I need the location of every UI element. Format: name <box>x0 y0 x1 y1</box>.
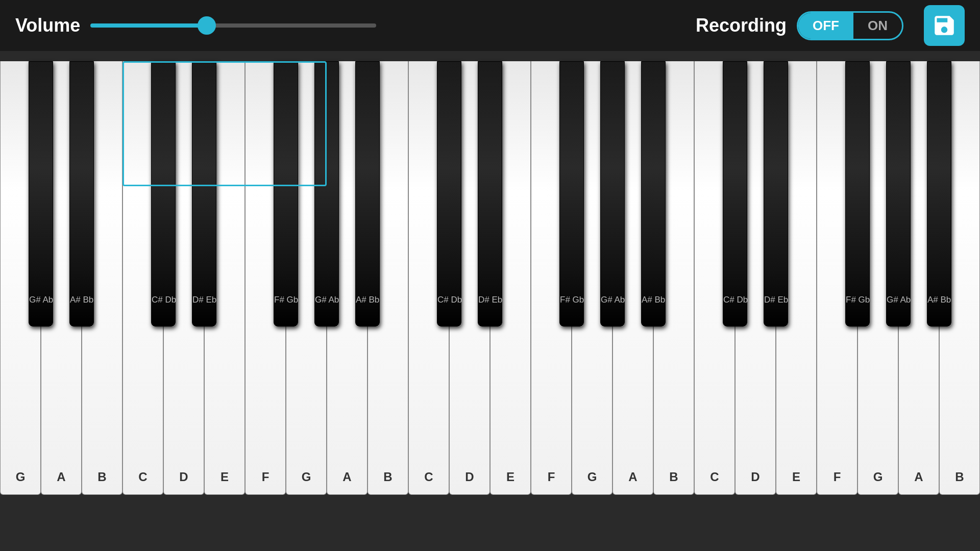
white-key-label-E4: E <box>491 470 530 484</box>
save-button[interactable] <box>924 5 965 46</box>
white-key-label-C5: C <box>695 470 734 484</box>
black-key-label-16: A# Bb <box>927 294 951 306</box>
black-key-label-12: C# Db <box>723 294 747 306</box>
black-key-label-8: D# Eb <box>478 294 502 306</box>
white-key-label-G3: G <box>286 470 326 484</box>
white-key-label-F4: F <box>531 470 571 484</box>
black-key-label-7: C# Db <box>437 294 461 306</box>
white-key-label-G2: G <box>1 470 40 484</box>
white-key-label-B4: B <box>654 470 694 484</box>
black-key-C#-Db-7[interactable]: C# Db <box>437 61 461 327</box>
black-key-F#-Gb-9[interactable]: F# Gb <box>559 61 584 327</box>
black-key-A#-Bb-6[interactable]: A# Bb <box>355 61 380 327</box>
recording-toggle[interactable]: OFF ON <box>797 11 903 40</box>
white-key-label-D4: D <box>450 470 489 484</box>
white-key-label-B5: B <box>940 470 979 484</box>
black-key-label-9: F# Gb <box>560 294 583 306</box>
black-key-label-4: F# Gb <box>274 294 298 306</box>
black-key-G#-Ab-5[interactable]: G# Ab <box>314 61 339 327</box>
black-key-F#-Gb-4[interactable]: F# Gb <box>274 61 298 327</box>
black-key-label-3: D# Eb <box>192 294 216 306</box>
black-key-label-6: A# Bb <box>356 294 379 306</box>
white-key-label-B3: B <box>368 470 408 484</box>
black-key-label-1: A# Bb <box>70 294 93 306</box>
black-key-label-0: G# Ab <box>29 294 53 306</box>
black-key-G#-Ab-15[interactable]: G# Ab <box>886 61 911 327</box>
header: Volume Recording OFF ON <box>0 0 980 51</box>
black-key-label-13: D# Eb <box>764 294 788 306</box>
white-key-label-G5: G <box>858 470 898 484</box>
piano-area: GABCDEFGABCDEFGABCDEFGABG# AbA# BbC# DbD… <box>0 51 980 551</box>
volume-slider[interactable] <box>90 23 376 28</box>
white-key-label-G4: G <box>572 470 612 484</box>
white-key-label-F5: F <box>817 470 857 484</box>
black-key-F#-Gb-14[interactable]: F# Gb <box>845 61 870 327</box>
white-key-label-A3: A <box>327 470 367 484</box>
white-key-label-A4: A <box>613 470 653 484</box>
recording-section: Recording OFF ON <box>696 11 903 40</box>
black-key-label-5: G# Ab <box>315 294 338 306</box>
black-key-C#-Db-12[interactable]: C# Db <box>723 61 747 327</box>
black-key-D#-Eb-13[interactable]: D# Eb <box>764 61 788 327</box>
save-icon <box>932 13 957 38</box>
piano-keys: GABCDEFGABCDEFGABCDEFGABG# AbA# BbC# DbD… <box>0 51 980 551</box>
black-key-label-14: F# Gb <box>846 294 869 306</box>
white-key-label-D3: D <box>164 470 204 484</box>
white-key-label-A5: A <box>899 470 939 484</box>
white-key-label-C3: C <box>123 470 163 484</box>
white-key-label-F3: F <box>246 470 285 484</box>
black-key-A#-Bb-11[interactable]: A# Bb <box>641 61 666 327</box>
black-key-A#-Bb-1[interactable]: A# Bb <box>69 61 94 327</box>
white-key-label-D5: D <box>736 470 775 484</box>
black-key-D#-Eb-3[interactable]: D# Eb <box>192 61 216 327</box>
recording-label: Recording <box>696 15 787 36</box>
white-key-label-B2: B <box>82 470 122 484</box>
black-key-label-10: G# Ab <box>601 294 624 306</box>
black-key-label-11: A# Bb <box>642 294 665 306</box>
black-key-label-15: G# Ab <box>887 294 910 306</box>
black-key-A#-Bb-16[interactable]: A# Bb <box>927 61 951 327</box>
black-key-label-2: C# Db <box>152 294 175 306</box>
black-key-C#-Db-2[interactable]: C# Db <box>151 61 176 327</box>
toggle-on-button[interactable]: ON <box>853 13 902 39</box>
black-key-G#-Ab-10[interactable]: G# Ab <box>600 61 625 327</box>
white-key-label-E3: E <box>205 470 244 484</box>
white-key-label-C4: C <box>409 470 449 484</box>
white-key-label-E5: E <box>776 470 816 484</box>
toggle-off-button[interactable]: OFF <box>798 13 853 39</box>
white-key-label-A2: A <box>41 470 81 484</box>
black-key-G#-Ab-0[interactable]: G# Ab <box>29 61 53 327</box>
volume-section: Volume <box>15 15 696 36</box>
volume-label: Volume <box>15 15 80 36</box>
black-key-D#-Eb-8[interactable]: D# Eb <box>478 61 502 327</box>
